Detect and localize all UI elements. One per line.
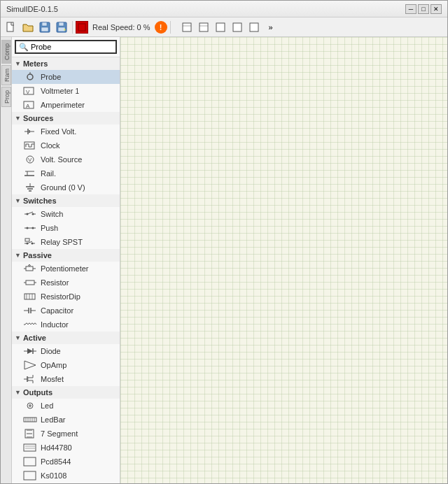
ks0108-icon [23, 471, 37, 481]
rail-label: Rail. [41, 169, 56, 178]
passive-arrow: ▼ [15, 252, 21, 259]
switches-items: Switch Push Relay SPST [12, 207, 120, 249]
pcd8544-icon [23, 457, 37, 467]
sources-arrow: ▼ [15, 115, 21, 122]
capacitor-label: Capacitor [41, 306, 74, 315]
svg-rect-15 [250, 23, 258, 31]
led-icon [23, 401, 37, 411]
section-outputs[interactable]: ▼ Outputs [12, 386, 120, 399]
resistor-icon [23, 278, 37, 287]
meters-items: Probe V Voltmeter 1 A Amperimeter [12, 70, 120, 112]
extra-btn3[interactable] [213, 20, 228, 35]
window-title: SimulIDE-0.1.5 [6, 5, 58, 13]
resistordip-label: ResistorDip [41, 292, 80, 301]
power-indicator[interactable] [76, 21, 88, 34]
voltmeter-badge: 1 [75, 87, 79, 95]
item-ks0108[interactable]: Ks0108 [12, 469, 120, 483]
component-sidebar: 🔍 ▼ Meters Probe V [12, 37, 120, 483]
item-resistor[interactable]: Resistor [12, 276, 120, 290]
item-pcd8544[interactable]: Pcd8544 [12, 455, 120, 469]
item-volt-source[interactable]: V Volt. Source [12, 152, 120, 166]
item-mosfet[interactable]: Mosfet [12, 372, 120, 386]
item-inductor[interactable]: Inductor [12, 318, 120, 332]
svg-point-16 [27, 74, 33, 80]
saveas-button[interactable]: * [54, 20, 69, 35]
inductor-label: Inductor [41, 320, 69, 329]
item-ground[interactable]: Ground (0 V) [12, 180, 120, 194]
maximize-button[interactable]: □ [418, 4, 429, 14]
meters-arrow: ▼ [15, 60, 21, 67]
fixed-volt-label: Fixed Volt. [41, 127, 76, 136]
item-diode[interactable]: Diode [12, 344, 120, 358]
item-probe[interactable]: Probe [12, 70, 120, 84]
extra-btn2[interactable] [196, 20, 211, 35]
item-led[interactable]: Led [12, 399, 120, 413]
push-icon [23, 223, 37, 233]
item-relay-spst[interactable]: Relay SPST [12, 235, 120, 249]
svg-rect-2 [42, 22, 47, 26]
tab-components[interactable]: Comp [1, 40, 11, 64]
diode-label: Diode [41, 347, 61, 355]
potentiometer-icon [23, 264, 37, 273]
active-label: Active [23, 334, 46, 342]
item-fixed-volt[interactable]: Fixed Volt. [12, 124, 120, 138]
diode-icon [23, 346, 37, 356]
item-potentiometer[interactable]: Potentiometer [12, 262, 120, 276]
extra-btn1[interactable] [179, 20, 195, 35]
circuit-canvas[interactable] [120, 37, 447, 483]
extra-btn5[interactable] [246, 20, 262, 35]
extra-toolbar: » [179, 20, 279, 35]
svg-text:V: V [28, 157, 32, 163]
pcd8544-label: Pcd8544 [41, 457, 71, 466]
clock-icon [23, 141, 37, 150]
item-switch[interactable]: Switch [12, 207, 120, 221]
7segment-label: 7 Segment [41, 429, 78, 438]
save-button[interactable] [37, 20, 52, 35]
mosfet-icon [23, 374, 37, 384]
svg-rect-8 [78, 24, 85, 31]
extra-btn4[interactable] [230, 20, 245, 35]
led-label: Led [41, 401, 53, 410]
item-hd44780[interactable]: Hd44780 [12, 441, 120, 455]
open-button[interactable] [20, 20, 36, 35]
hd44780-icon [23, 443, 37, 453]
item-stepper[interactable]: Stepper [12, 483, 120, 483]
svg-text:A: A [26, 103, 30, 109]
svg-rect-57 [26, 280, 34, 285]
item-clock[interactable]: Clock [12, 138, 120, 152]
outputs-items: Led LedBar 7 Segment [12, 399, 120, 483]
warning-icon[interactable]: ! [155, 21, 167, 34]
section-passive[interactable]: ▼ Passive [12, 249, 120, 262]
tab-properties[interactable]: Prop [1, 87, 11, 107]
ledbar-icon [23, 415, 37, 425]
item-resistordip[interactable]: ResistorDip [12, 290, 120, 304]
close-button[interactable]: ✕ [430, 4, 442, 14]
section-meters[interactable]: ▼ Meters [12, 57, 120, 70]
search-container: 🔍 [12, 37, 120, 57]
ledbar-label: LedBar [41, 415, 65, 424]
search-box[interactable]: 🔍 [15, 40, 117, 54]
outputs-arrow: ▼ [15, 389, 21, 396]
section-switches[interactable]: ▼ Switches [12, 194, 120, 207]
more-button[interactable]: » [263, 20, 279, 35]
item-rail[interactable]: Rail. [12, 166, 120, 180]
item-7segment[interactable]: 7 Segment [12, 427, 120, 441]
minimize-button[interactable]: ─ [405, 4, 416, 14]
probe-icon [23, 72, 37, 82]
search-icon: 🔍 [19, 43, 29, 52]
item-push[interactable]: Push [12, 221, 120, 235]
section-sources[interactable]: ▼ Sources [12, 112, 120, 124]
ground-icon [23, 183, 37, 192]
new-button[interactable] [4, 20, 19, 35]
item-voltmeter[interactable]: V Voltmeter 1 [12, 84, 120, 98]
item-amperimeter[interactable]: A Amperimeter [12, 98, 120, 112]
item-opamp[interactable]: OpAmp [12, 358, 120, 372]
search-input[interactable] [31, 43, 113, 51]
speed-display: Real Speed: 0 % [92, 23, 150, 31]
tab-ramtable[interactable]: Ram [1, 65, 11, 85]
section-active[interactable]: ▼ Active [12, 332, 120, 344]
svg-rect-11 [200, 23, 208, 31]
svg-rect-59 [24, 294, 35, 299]
item-ledbar[interactable]: LedBar [12, 413, 120, 427]
item-capacitor[interactable]: Capacitor [12, 304, 120, 318]
